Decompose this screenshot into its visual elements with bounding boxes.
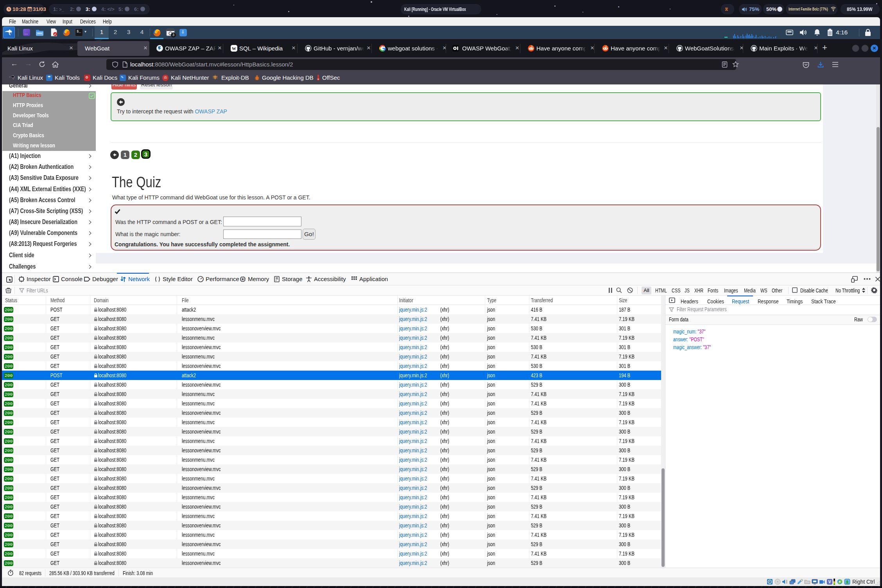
svg-text:V: V [828,580,831,584]
svg-text:W: W [232,46,236,51]
